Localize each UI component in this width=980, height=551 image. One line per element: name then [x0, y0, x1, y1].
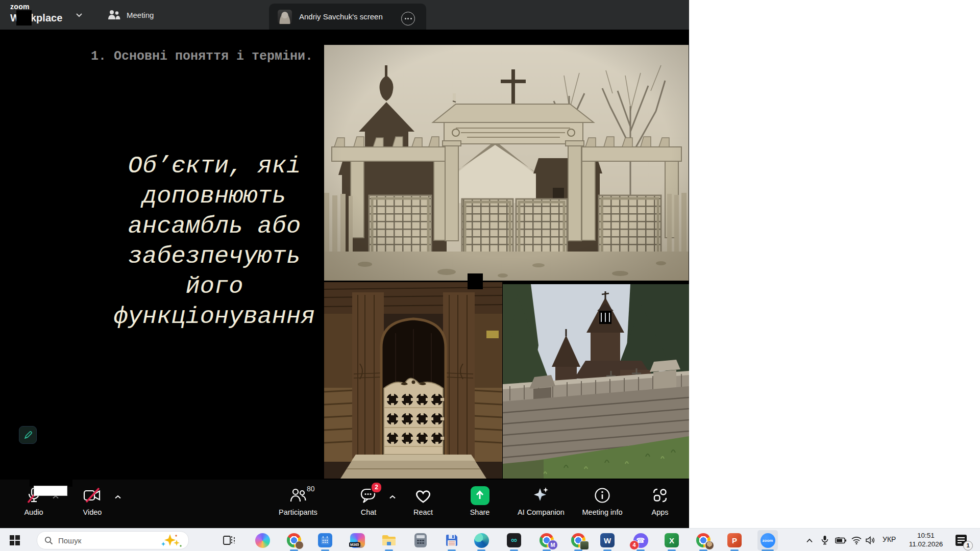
photo-carved-gate [324, 282, 502, 479]
excel-letter: X [669, 536, 674, 545]
taskbar-viber[interactable]: ☎ 4 [632, 532, 649, 548]
tab-meeting[interactable]: Meeting [107, 0, 154, 30]
tray-volume-button[interactable] [863, 532, 879, 548]
taskbar-word[interactable]: W [599, 532, 616, 548]
slide-body-line: доповнюють [84, 181, 345, 211]
share-button[interactable]: Share [447, 484, 513, 525]
notification-badge: 1 [963, 541, 973, 550]
tab-shared-screen[interactable]: Andriy Savchuk's screen [269, 4, 426, 30]
powerpoint-icon: P [727, 533, 742, 547]
chrome-profile-badge: M [548, 540, 558, 550]
ai-sparkle-icon [508, 484, 574, 507]
taskbar-chrome-m-profile[interactable]: M [538, 532, 555, 548]
taskbar-save-app[interactable] [444, 532, 460, 548]
slide-body-line: його [84, 271, 345, 302]
info-icon [569, 484, 635, 507]
photo-church-fence [503, 284, 689, 479]
photo-historic-gate [324, 45, 689, 281]
taskbar-chrome-1[interactable] [286, 532, 302, 548]
search-input[interactable]: Пошук [37, 531, 189, 549]
search-icon [44, 536, 53, 545]
slide-title: 1. Основні поняття і терміни. [91, 49, 313, 64]
zoom-window: zoom W kplace Meeting Andriy Savchuk's s… [0, 0, 689, 528]
zoom-app-icon: zoom [761, 533, 775, 548]
meeting-info-button[interactable]: Meeting info [569, 484, 635, 525]
taskbar-file-explorer[interactable] [381, 532, 397, 548]
calendar-icon [318, 533, 332, 547]
share-icon [471, 486, 489, 505]
folder-icon [382, 534, 396, 546]
powerpoint-letter: P [732, 536, 737, 545]
audio-label: Audio [1, 508, 67, 516]
tray-mic-button[interactable] [817, 532, 833, 548]
taskbar-zoom[interactable]: zoom [760, 532, 776, 548]
taskbar-m365-copilot[interactable]: M365 [349, 532, 365, 548]
language-indicator[interactable]: УКР [883, 535, 896, 543]
webex-icon: ∞ [507, 533, 521, 547]
taskbar-powerpoint[interactable]: P [726, 532, 743, 548]
webex-glyph: ∞ [511, 535, 517, 545]
taskbar-webex[interactable]: ∞ [506, 532, 522, 548]
workplace-logo-rest: kplace [31, 12, 62, 24]
apps-button[interactable]: Apps [627, 484, 693, 525]
m365-tag: M365 [349, 542, 360, 547]
slide-body-text: Об’єкти, які доповнюють ансамбль або заб… [84, 151, 345, 332]
taskbar-chrome-avatar-profile[interactable] [695, 532, 712, 548]
tray-time: 10:51 [902, 531, 949, 540]
meeting-info-label: Meeting info [569, 508, 635, 516]
word-letter: W [604, 536, 611, 545]
zoom-tabbar: zoom W kplace Meeting Andriy Savchuk's s… [0, 0, 689, 30]
search-placeholder: Пошук [58, 536, 81, 545]
redaction-box-white [34, 486, 67, 496]
pencil-icon [23, 431, 33, 440]
tab-meeting-label: Meeting [127, 11, 154, 19]
participants-button[interactable]: 80 Participants [265, 484, 331, 525]
slide-body-line: забезпечують [84, 241, 345, 271]
taskbar-excel[interactable]: X [664, 532, 680, 548]
mic-icon [821, 535, 828, 545]
taskbar-chrome-photo-profile[interactable] [570, 532, 586, 548]
task-view-icon [223, 535, 235, 546]
word-icon: W [600, 533, 615, 547]
tray-date: 11.02.2026 [902, 540, 949, 548]
excel-icon: X [665, 533, 679, 547]
slide-body-line: функціонування [84, 302, 345, 332]
clock[interactable]: 10:51 11.02.2026 [902, 531, 949, 548]
speaker-icon [866, 536, 876, 544]
video-button[interactable]: Video [59, 484, 126, 525]
apps-icon [627, 484, 693, 507]
wifi-icon [851, 536, 862, 544]
calculator-icon [414, 533, 427, 547]
apps-label: Apps [627, 508, 693, 516]
participants-label: Participants [265, 508, 331, 516]
zoom-logo: zoom [10, 3, 30, 11]
avatar [278, 10, 292, 24]
chevron-up-icon [806, 538, 813, 543]
chrome-profile-photo-badge [580, 541, 589, 550]
taskbar-edge[interactable] [473, 532, 489, 548]
task-view-button[interactable] [221, 532, 237, 548]
tray-expand-button[interactable] [801, 532, 818, 548]
chrome-tab-badge [295, 541, 304, 549]
annotate-button[interactable] [19, 426, 37, 444]
participants-icon: 80 [265, 484, 331, 507]
start-button[interactable] [7, 532, 23, 548]
taskbar-calculator[interactable] [412, 532, 429, 548]
zoom-app-text: zoom [763, 538, 773, 543]
notification-center-button[interactable]: 1 [953, 532, 969, 548]
copilot-icon [255, 533, 270, 548]
ai-companion-button[interactable]: AI Companion [508, 484, 574, 525]
chat-badge: 2 [371, 482, 382, 493]
tab-more-options-icon[interactable] [401, 12, 415, 26]
workplace-chevron-down-icon[interactable] [76, 13, 83, 17]
video-label: Video [59, 508, 126, 516]
windows-logo-icon [10, 535, 20, 545]
viber-badge: 4 [629, 540, 639, 550]
redaction-box [33, 34, 48, 47]
taskbar-calendar[interactable] [317, 532, 333, 548]
copilot-button[interactable] [254, 532, 271, 548]
ai-companion-label: AI Companion [508, 508, 574, 516]
tray-battery-button[interactable] [832, 532, 849, 548]
slide-body-line: Об’єкти, які [84, 151, 345, 181]
video-caret-icon[interactable] [114, 495, 121, 499]
